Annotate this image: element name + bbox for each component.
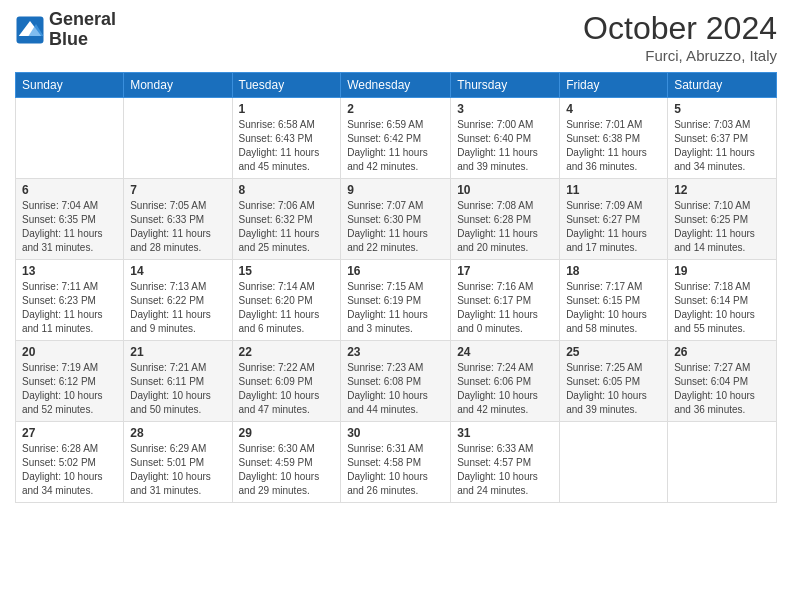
- day-number: 21: [130, 345, 225, 359]
- day-info: Sunrise: 7:11 AMSunset: 6:23 PMDaylight:…: [22, 280, 117, 336]
- calendar-cell: 2Sunrise: 6:59 AMSunset: 6:42 PMDaylight…: [341, 98, 451, 179]
- day-number: 28: [130, 426, 225, 440]
- location: Furci, Abruzzo, Italy: [583, 47, 777, 64]
- calendar-cell: 27Sunrise: 6:28 AMSunset: 5:02 PMDayligh…: [16, 422, 124, 503]
- calendar-cell: 24Sunrise: 7:24 AMSunset: 6:06 PMDayligh…: [451, 341, 560, 422]
- calendar-cell: 9Sunrise: 7:07 AMSunset: 6:30 PMDaylight…: [341, 179, 451, 260]
- calendar-week-row: 1Sunrise: 6:58 AMSunset: 6:43 PMDaylight…: [16, 98, 777, 179]
- logo-line2: Blue: [49, 30, 116, 50]
- calendar-cell: 1Sunrise: 6:58 AMSunset: 6:43 PMDaylight…: [232, 98, 341, 179]
- day-number: 1: [239, 102, 335, 116]
- day-number: 17: [457, 264, 553, 278]
- header-day-friday: Friday: [560, 73, 668, 98]
- day-info: Sunrise: 7:19 AMSunset: 6:12 PMDaylight:…: [22, 361, 117, 417]
- calendar-cell: 16Sunrise: 7:15 AMSunset: 6:19 PMDayligh…: [341, 260, 451, 341]
- calendar-cell: 23Sunrise: 7:23 AMSunset: 6:08 PMDayligh…: [341, 341, 451, 422]
- day-info: Sunrise: 7:23 AMSunset: 6:08 PMDaylight:…: [347, 361, 444, 417]
- day-number: 18: [566, 264, 661, 278]
- logo: General Blue: [15, 10, 116, 50]
- calendar-cell: [560, 422, 668, 503]
- day-number: 15: [239, 264, 335, 278]
- calendar-week-row: 13Sunrise: 7:11 AMSunset: 6:23 PMDayligh…: [16, 260, 777, 341]
- calendar-cell: 4Sunrise: 7:01 AMSunset: 6:38 PMDaylight…: [560, 98, 668, 179]
- day-number: 22: [239, 345, 335, 359]
- calendar-header-row: SundayMondayTuesdayWednesdayThursdayFrid…: [16, 73, 777, 98]
- day-info: Sunrise: 7:25 AMSunset: 6:05 PMDaylight:…: [566, 361, 661, 417]
- month-title: October 2024: [583, 10, 777, 47]
- calendar-cell: 22Sunrise: 7:22 AMSunset: 6:09 PMDayligh…: [232, 341, 341, 422]
- day-number: 23: [347, 345, 444, 359]
- day-info: Sunrise: 7:27 AMSunset: 6:04 PMDaylight:…: [674, 361, 770, 417]
- calendar-table: SundayMondayTuesdayWednesdayThursdayFrid…: [15, 72, 777, 503]
- calendar-cell: 19Sunrise: 7:18 AMSunset: 6:14 PMDayligh…: [668, 260, 777, 341]
- header-day-saturday: Saturday: [668, 73, 777, 98]
- day-info: Sunrise: 7:00 AMSunset: 6:40 PMDaylight:…: [457, 118, 553, 174]
- day-info: Sunrise: 6:28 AMSunset: 5:02 PMDaylight:…: [22, 442, 117, 498]
- calendar-week-row: 27Sunrise: 6:28 AMSunset: 5:02 PMDayligh…: [16, 422, 777, 503]
- calendar-cell: 25Sunrise: 7:25 AMSunset: 6:05 PMDayligh…: [560, 341, 668, 422]
- day-number: 13: [22, 264, 117, 278]
- day-number: 25: [566, 345, 661, 359]
- day-number: 2: [347, 102, 444, 116]
- day-info: Sunrise: 7:21 AMSunset: 6:11 PMDaylight:…: [130, 361, 225, 417]
- calendar-cell: 21Sunrise: 7:21 AMSunset: 6:11 PMDayligh…: [124, 341, 232, 422]
- day-info: Sunrise: 7:24 AMSunset: 6:06 PMDaylight:…: [457, 361, 553, 417]
- calendar-cell: 6Sunrise: 7:04 AMSunset: 6:35 PMDaylight…: [16, 179, 124, 260]
- day-number: 8: [239, 183, 335, 197]
- logo-line1: General: [49, 10, 116, 30]
- day-number: 12: [674, 183, 770, 197]
- day-info: Sunrise: 6:58 AMSunset: 6:43 PMDaylight:…: [239, 118, 335, 174]
- day-info: Sunrise: 7:10 AMSunset: 6:25 PMDaylight:…: [674, 199, 770, 255]
- header-day-wednesday: Wednesday: [341, 73, 451, 98]
- title-section: October 2024 Furci, Abruzzo, Italy: [583, 10, 777, 64]
- day-info: Sunrise: 7:08 AMSunset: 6:28 PMDaylight:…: [457, 199, 553, 255]
- day-number: 9: [347, 183, 444, 197]
- day-number: 30: [347, 426, 444, 440]
- header-day-sunday: Sunday: [16, 73, 124, 98]
- calendar-cell: 20Sunrise: 7:19 AMSunset: 6:12 PMDayligh…: [16, 341, 124, 422]
- day-number: 11: [566, 183, 661, 197]
- calendar-cell: [124, 98, 232, 179]
- day-info: Sunrise: 7:13 AMSunset: 6:22 PMDaylight:…: [130, 280, 225, 336]
- day-number: 3: [457, 102, 553, 116]
- page-container: General Blue October 2024 Furci, Abruzzo…: [0, 0, 792, 513]
- day-number: 14: [130, 264, 225, 278]
- calendar-cell: 3Sunrise: 7:00 AMSunset: 6:40 PMDaylight…: [451, 98, 560, 179]
- day-number: 20: [22, 345, 117, 359]
- day-number: 31: [457, 426, 553, 440]
- calendar-cell: 26Sunrise: 7:27 AMSunset: 6:04 PMDayligh…: [668, 341, 777, 422]
- calendar-cell: 8Sunrise: 7:06 AMSunset: 6:32 PMDaylight…: [232, 179, 341, 260]
- calendar-cell: 7Sunrise: 7:05 AMSunset: 6:33 PMDaylight…: [124, 179, 232, 260]
- day-info: Sunrise: 6:31 AMSunset: 4:58 PMDaylight:…: [347, 442, 444, 498]
- calendar-cell: 17Sunrise: 7:16 AMSunset: 6:17 PMDayligh…: [451, 260, 560, 341]
- calendar-cell: 30Sunrise: 6:31 AMSunset: 4:58 PMDayligh…: [341, 422, 451, 503]
- logo-text: General Blue: [49, 10, 116, 50]
- day-info: Sunrise: 7:01 AMSunset: 6:38 PMDaylight:…: [566, 118, 661, 174]
- day-number: 26: [674, 345, 770, 359]
- calendar-cell: 15Sunrise: 7:14 AMSunset: 6:20 PMDayligh…: [232, 260, 341, 341]
- calendar-cell: 12Sunrise: 7:10 AMSunset: 6:25 PMDayligh…: [668, 179, 777, 260]
- day-info: Sunrise: 7:17 AMSunset: 6:15 PMDaylight:…: [566, 280, 661, 336]
- calendar-cell: 13Sunrise: 7:11 AMSunset: 6:23 PMDayligh…: [16, 260, 124, 341]
- day-number: 19: [674, 264, 770, 278]
- logo-icon: [15, 15, 45, 45]
- day-number: 29: [239, 426, 335, 440]
- day-info: Sunrise: 6:33 AMSunset: 4:57 PMDaylight:…: [457, 442, 553, 498]
- day-number: 4: [566, 102, 661, 116]
- day-number: 27: [22, 426, 117, 440]
- day-info: Sunrise: 7:05 AMSunset: 6:33 PMDaylight:…: [130, 199, 225, 255]
- header-day-tuesday: Tuesday: [232, 73, 341, 98]
- calendar-cell: 18Sunrise: 7:17 AMSunset: 6:15 PMDayligh…: [560, 260, 668, 341]
- day-number: 7: [130, 183, 225, 197]
- calendar-cell: 31Sunrise: 6:33 AMSunset: 4:57 PMDayligh…: [451, 422, 560, 503]
- calendar-cell: 14Sunrise: 7:13 AMSunset: 6:22 PMDayligh…: [124, 260, 232, 341]
- day-info: Sunrise: 6:59 AMSunset: 6:42 PMDaylight:…: [347, 118, 444, 174]
- day-number: 6: [22, 183, 117, 197]
- day-info: Sunrise: 7:18 AMSunset: 6:14 PMDaylight:…: [674, 280, 770, 336]
- page-header: General Blue October 2024 Furci, Abruzzo…: [15, 10, 777, 64]
- header-day-monday: Monday: [124, 73, 232, 98]
- day-number: 5: [674, 102, 770, 116]
- day-number: 24: [457, 345, 553, 359]
- calendar-cell: 29Sunrise: 6:30 AMSunset: 4:59 PMDayligh…: [232, 422, 341, 503]
- calendar-week-row: 20Sunrise: 7:19 AMSunset: 6:12 PMDayligh…: [16, 341, 777, 422]
